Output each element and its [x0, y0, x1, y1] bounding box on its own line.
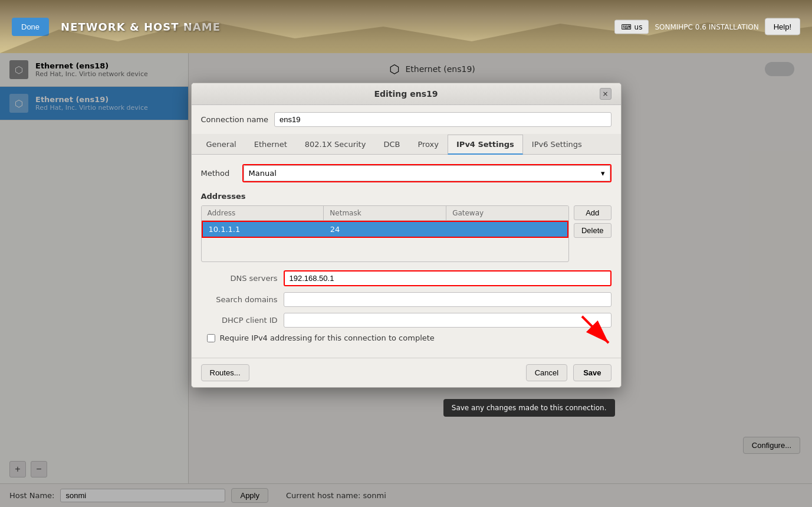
- routes-button[interactable]: Routes...: [201, 364, 249, 381]
- dropdown-arrow-icon: ▾: [601, 169, 605, 178]
- tab-8021x[interactable]: 802.1X Security: [296, 135, 375, 155]
- col-header-gateway: Gateway: [446, 206, 568, 220]
- connection-name-label: Connection name: [201, 115, 269, 124]
- method-row: Method Manual ▾: [201, 164, 612, 182]
- col-header-address: Address: [202, 206, 324, 220]
- save-button[interactable]: Save: [573, 364, 611, 381]
- tab-dcb[interactable]: DCB: [374, 135, 409, 155]
- add-address-button[interactable]: Add: [574, 205, 612, 220]
- app-header: Done NETWORK & HOST NAME ⌨ us SONMIHPC 0…: [0, 0, 812, 53]
- save-tooltip: Save any changes made to this connection…: [443, 399, 615, 417]
- dialog-tabs: General Ethernet 802.1X Security DCB Pro…: [192, 134, 621, 155]
- dialog-titlebar: Editing ens19 ×: [192, 83, 621, 105]
- method-select[interactable]: Manual ▾: [244, 165, 610, 181]
- table-buttons: Add Delete: [574, 205, 612, 262]
- connection-name-input[interactable]: [274, 112, 611, 127]
- keyboard-locale: us: [635, 22, 643, 31]
- help-button[interactable]: Help!: [765, 18, 800, 35]
- dialog-close-button[interactable]: ×: [600, 88, 612, 100]
- method-label: Method: [201, 169, 236, 178]
- addresses-table: Address Netmask Gateway 10.1.1.1 24: [201, 205, 569, 262]
- dialog-overlay: Editing ens19 × Connection name General …: [0, 53, 812, 507]
- tab-ipv4[interactable]: IPv4 Settings: [448, 135, 523, 155]
- require-ipv4-label: Require IPv4 addressing for this connect…: [220, 333, 435, 342]
- cell-address-0: 10.1.1.1: [203, 222, 324, 237]
- addresses-title: Addresses: [201, 192, 612, 201]
- dns-row: DNS servers: [201, 270, 612, 286]
- addresses-table-wrap: Address Netmask Gateway 10.1.1.1 24: [201, 205, 612, 262]
- keyboard-indicator[interactable]: ⌨ us: [614, 19, 649, 34]
- method-value: Manual: [249, 169, 277, 178]
- cell-netmask-0: 24: [324, 222, 446, 237]
- dhcp-row: DHCP client ID: [201, 313, 612, 328]
- require-ipv4-checkbox[interactable]: [207, 334, 215, 342]
- tab-ethernet[interactable]: Ethernet: [245, 135, 296, 155]
- tab-proxy[interactable]: Proxy: [409, 135, 448, 155]
- dns-label: DNS servers: [201, 274, 278, 283]
- table-row-empty: [202, 238, 568, 261]
- cancel-button[interactable]: Cancel: [526, 364, 567, 381]
- editing-dialog: Editing ens19 × Connection name General …: [191, 83, 622, 388]
- tab-ipv6[interactable]: IPv6 Settings: [523, 135, 591, 155]
- require-ipv4-row: Require IPv4 addressing for this connect…: [201, 333, 612, 342]
- connection-name-row: Connection name: [192, 105, 621, 134]
- search-domains-row: Search domains: [201, 292, 612, 307]
- dialog-body: Method Manual ▾ Addresses: [192, 155, 621, 358]
- method-select-wrapper[interactable]: Manual ▾: [242, 164, 612, 182]
- keyboard-icon: ⌨: [621, 22, 631, 31]
- dns-input[interactable]: [284, 270, 612, 286]
- dhcp-label: DHCP client ID: [201, 316, 278, 325]
- col-header-netmask: Netmask: [324, 206, 446, 220]
- dialog-title: Editing ens19: [213, 89, 600, 99]
- header-right: ⌨ us SONMIHPC 0.6 INSTALLATION Help!: [614, 18, 800, 35]
- main-content: ⬡ Ethernet (ens18) Red Hat, Inc. Virtio …: [0, 53, 812, 507]
- dialog-footer: Routes... Cancel Save: [192, 358, 621, 387]
- table-row-0[interactable]: 10.1.1.1 24: [202, 221, 568, 238]
- installation-label: SONMIHPC 0.6 INSTALLATION: [655, 22, 758, 31]
- delete-address-button[interactable]: Delete: [574, 223, 612, 238]
- search-domains-label: Search domains: [201, 295, 278, 304]
- tab-general[interactable]: General: [198, 135, 245, 155]
- addresses-section: Addresses Address Netmask Gateway 10.: [201, 192, 612, 262]
- table-header: Address Netmask Gateway: [202, 206, 568, 221]
- search-domains-input[interactable]: [284, 292, 612, 307]
- cell-gateway-0: [446, 222, 567, 237]
- dhcp-input[interactable]: [284, 313, 612, 328]
